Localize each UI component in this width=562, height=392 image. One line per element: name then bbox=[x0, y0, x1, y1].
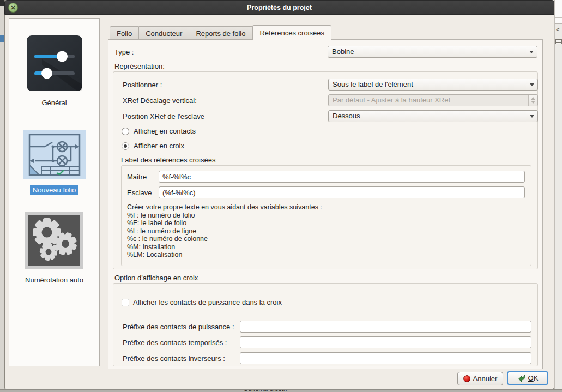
ok-arrow-icon bbox=[517, 374, 525, 382]
type-combobox-value: Bobine bbox=[332, 47, 354, 56]
prefix-temporises-label: Préfixe des contacts temporisés : bbox=[123, 339, 227, 347]
option-affichage-groupbox: Afficher les contacts de puissance dans … bbox=[113, 283, 538, 366]
radio-selected-icon[interactable] bbox=[122, 142, 129, 150]
chevron-left-icon: < bbox=[556, 26, 559, 33]
titlebar[interactable]: ✕ Propriétés du projet bbox=[4, 0, 554, 15]
category-list: Général bbox=[9, 18, 100, 366]
positionner-combobox-value: Sous le label de l'élément bbox=[333, 80, 413, 88]
spinner-buttons[interactable] bbox=[528, 95, 537, 106]
sliders-settings-icon bbox=[26, 34, 83, 92]
sidebar-item-general[interactable]: Général bbox=[26, 19, 83, 107]
positionner-label: Positionner : bbox=[123, 81, 162, 89]
option-group-title: Option d'affichage en croix bbox=[114, 274, 198, 282]
radio-afficher-en-contacts[interactable]: Afficher en contacts bbox=[122, 127, 196, 135]
screen: < Schéma électri ✕ Propriétés du projet bbox=[0, 0, 562, 392]
checkbox-contacts-puissance[interactable]: Afficher les contacts de puissance dans … bbox=[122, 298, 282, 306]
xref-slave-combobox[interactable]: Dessous bbox=[328, 110, 538, 122]
background-window-left-sliver bbox=[0, 0, 4, 392]
tab-conducteur[interactable]: Conducteur bbox=[139, 26, 189, 40]
xref-offset-spinbox[interactable]: Par défaut - Ajuster à la hauteur XRef bbox=[328, 94, 538, 106]
stop-icon bbox=[463, 375, 470, 382]
chevron-down-icon bbox=[530, 83, 534, 86]
folio-schematic-icon bbox=[23, 130, 86, 179]
sidebar-item-label: Numérotation auto bbox=[22, 275, 86, 285]
tab-references-croisees[interactable]: Références croisées bbox=[252, 25, 331, 40]
representation-label: Représentation: bbox=[114, 62, 165, 70]
chevron-down-icon bbox=[530, 115, 534, 118]
gears-icon bbox=[25, 212, 83, 269]
type-label: Type : bbox=[114, 48, 134, 56]
tab-bar: Folio Conducteur Reports de folio Référe… bbox=[110, 26, 331, 40]
xref-slave-label: Position XRef de l'esclave bbox=[123, 112, 204, 120]
spin-up-icon[interactable] bbox=[531, 97, 535, 100]
xref-offset-value: Par défaut - Ajuster à la hauteur XRef bbox=[333, 96, 450, 104]
positionner-combobox[interactable]: Sous le label de l'élément bbox=[328, 79, 538, 91]
project-properties-dialog: ✕ Propriétés du projet bbox=[4, 0, 554, 389]
prefix-inverseurs-input[interactable] bbox=[240, 352, 531, 364]
background-tick bbox=[221, 390, 221, 391]
ok-button[interactable]: OK bbox=[507, 371, 548, 385]
maitre-input[interactable] bbox=[159, 171, 525, 183]
maitre-label: Maitre bbox=[127, 173, 147, 181]
chevron-down-icon bbox=[529, 51, 534, 53]
radio-icon[interactable] bbox=[122, 128, 129, 135]
xref-slave-combobox-value: Dessous bbox=[333, 112, 360, 120]
prefix-puissance-label: Préfixe des contacts de puissance : bbox=[123, 323, 234, 331]
panel-icon bbox=[555, 39, 562, 44]
sidebar-item-numerotation-auto[interactable]: Numérotation auto bbox=[22, 195, 86, 285]
esclave-label: Esclave bbox=[127, 189, 152, 197]
radio-afficher-en-croix[interactable]: Afficher en croix bbox=[122, 142, 184, 150]
label-references-groupbox: Maitre Esclave Créer votre propre texte … bbox=[121, 165, 531, 266]
xref-offset-label: XRef Décalage vertical: bbox=[123, 97, 197, 105]
background-panel-edge bbox=[555, 0, 562, 24]
type-combobox[interactable]: Bobine bbox=[328, 46, 537, 58]
cross-references-panel: Type : Bobine Représentation: Positionne… bbox=[108, 39, 543, 369]
background-tick bbox=[63, 390, 63, 391]
background-dark-strip bbox=[0, 0, 4, 6]
esclave-input[interactable] bbox=[159, 186, 525, 198]
background-window-right-sliver: < bbox=[554, 0, 562, 392]
tab-reports-de-folio[interactable]: Reports de folio bbox=[189, 26, 252, 40]
checkbox-icon[interactable] bbox=[122, 299, 129, 306]
sidebar-item-label: Général bbox=[39, 98, 69, 107]
background-window-bottom-sliver: Schéma électri bbox=[0, 389, 562, 392]
tab-folio[interactable]: Folio bbox=[110, 26, 139, 40]
cancel-button[interactable]: Annuler bbox=[457, 372, 503, 385]
prefix-inverseurs-label: Préfixe des contacts inverseurs : bbox=[123, 354, 225, 363]
label-references-group-title: Label des références croisées bbox=[121, 156, 215, 164]
spin-down-icon[interactable] bbox=[531, 101, 535, 104]
background-clipped-text: Schéma électri bbox=[244, 389, 287, 392]
background-tick bbox=[382, 390, 382, 391]
window-title: Propriétés du projet bbox=[5, 4, 554, 11]
sidebar-item-nouveau-folio[interactable]: Nouveau folio bbox=[23, 107, 86, 195]
variables-help-text: Créer votre propre texte en vous aidant … bbox=[127, 203, 322, 259]
sidebar-item-label: Nouveau folio bbox=[30, 185, 79, 195]
prefix-temporises-input[interactable] bbox=[240, 336, 531, 348]
background-divider bbox=[555, 17, 562, 18]
background-blue-mark bbox=[0, 35, 4, 42]
representation-groupbox: Positionner : Sous le label de l'élément… bbox=[113, 71, 538, 269]
prefix-puissance-input[interactable] bbox=[240, 321, 531, 333]
